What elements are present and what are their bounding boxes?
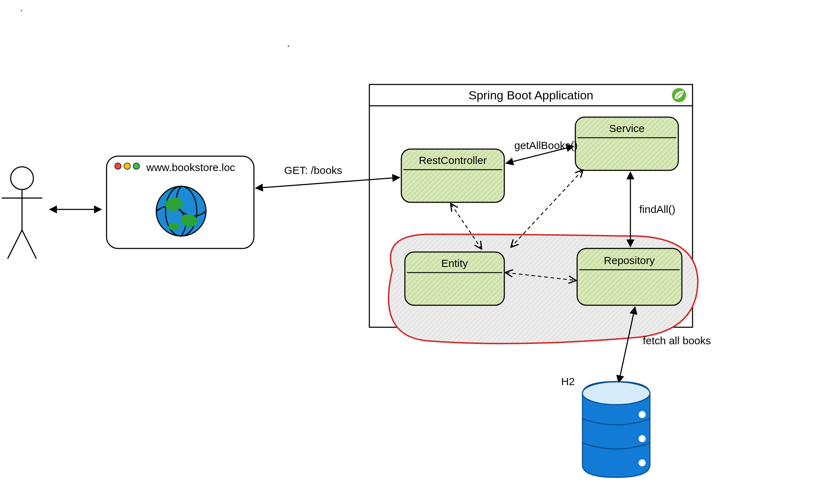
- entity-label: Entity: [441, 257, 468, 269]
- svg-point-29: [639, 459, 646, 466]
- repository-label: Repository: [604, 254, 655, 266]
- spring-icon: [672, 88, 686, 102]
- stray-dot: [288, 45, 289, 47]
- user-icon: [2, 167, 42, 258]
- service-label: Service: [609, 122, 645, 134]
- label-http: GET: /books: [284, 164, 342, 176]
- svg-point-26: [582, 382, 650, 405]
- svg-line-8: [22, 230, 36, 258]
- stray-dot: [21, 10, 22, 11]
- label-findall: findAll(): [639, 203, 675, 215]
- spring-app-title: Spring Boot Application: [468, 88, 593, 102]
- db-label: H2: [561, 376, 575, 387]
- svg-point-11: [124, 163, 130, 169]
- service-card: Service: [575, 117, 678, 170]
- svg-point-10: [115, 163, 121, 169]
- svg-point-28: [639, 435, 646, 442]
- svg-point-12: [133, 163, 140, 169]
- globe-icon: [156, 186, 206, 236]
- browser-url: www.bookstore.loc: [146, 161, 235, 173]
- repository-card: Repository: [577, 248, 682, 305]
- svg-line-7: [8, 230, 22, 258]
- svg-point-4: [11, 167, 33, 190]
- rest-controller-card: RestController: [401, 149, 504, 202]
- label-getallbooks: getAllBooks(): [514, 139, 577, 151]
- database-icon: [582, 382, 650, 477]
- browser-window: www.bookstore.loc: [107, 156, 254, 248]
- label-fetchall: fetch all books: [643, 335, 711, 346]
- entity-card: Entity: [405, 252, 504, 305]
- rest-controller-label: RestController: [419, 154, 487, 166]
- svg-point-27: [639, 411, 646, 418]
